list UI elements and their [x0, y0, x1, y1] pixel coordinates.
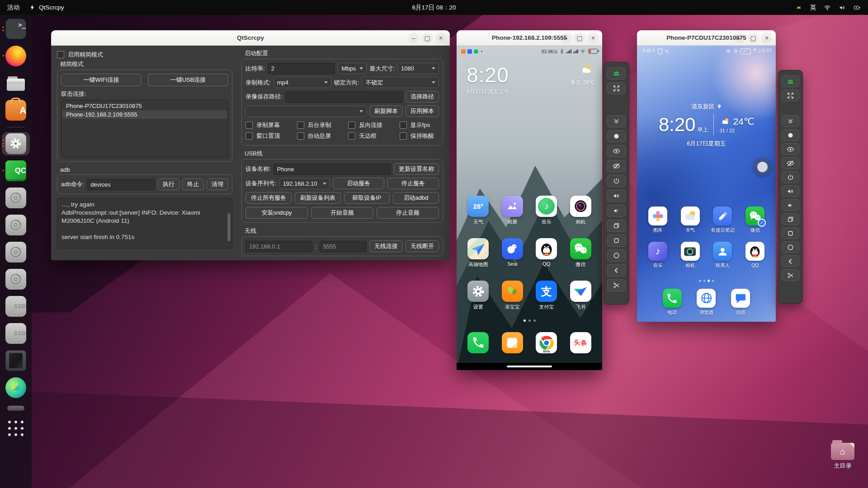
volume-down-button[interactable]	[782, 199, 799, 211]
option-checkbox[interactable]	[297, 122, 304, 129]
tablet-device-launcher[interactable]	[2, 349, 30, 372]
back-button[interactable]	[607, 264, 626, 277]
disc-drive-launcher[interactable]	[2, 213, 30, 237]
ubuntu-software-launcher[interactable]: A	[2, 99, 30, 122]
adb-log-output[interactable]: …, try againAdbProcessImpl::out:[server]…	[57, 198, 232, 249]
usb-action-button[interactable]: 启动adbd	[393, 192, 439, 204]
green-app-launcher[interactable]	[2, 376, 30, 399]
usb-action-button[interactable]: 停止所有服务	[245, 192, 292, 204]
maximize-button[interactable]: ▢	[748, 33, 759, 43]
battery-icon[interactable]	[854, 4, 861, 11]
app-menu[interactable]: QtScrcpy	[29, 4, 64, 11]
one-key-usb-button[interactable]: 一键USB连接	[148, 74, 228, 86]
bitrate-unit-select[interactable]: Mbps	[338, 63, 367, 74]
volume-up-button[interactable]	[782, 185, 799, 197]
music-app[interactable]: ♪ 音乐	[648, 242, 667, 269]
record-format-select[interactable]: mp4	[274, 77, 331, 88]
group-control-button[interactable]	[782, 75, 799, 87]
max-size-select[interactable]: 1080	[397, 63, 439, 74]
option-checkbox[interactable]	[400, 132, 407, 140]
show-applications-button[interactable]	[2, 417, 30, 440]
volume-icon[interactable]	[839, 4, 846, 11]
close-button[interactable]: ×	[435, 33, 446, 43]
device-list-item[interactable]: Phone-P7CDU17C23010875	[62, 102, 227, 110]
app-switch-button[interactable]	[607, 220, 626, 232]
close-button[interactable]: ×	[761, 33, 772, 43]
gallery-app[interactable]: 图库	[648, 206, 667, 234]
seal-app[interactable]: Seal	[502, 238, 523, 268]
files-launcher[interactable]	[2, 71, 30, 95]
input-language-indicator[interactable]: 英	[810, 4, 816, 12]
usb-action-button[interactable]: 刷新设备列表	[295, 192, 341, 204]
menu-button[interactable]	[607, 235, 626, 247]
firefox-launcher[interactable]: •	[2, 44, 30, 68]
android-tray-icon[interactable]	[795, 4, 802, 11]
home-button[interactable]	[607, 249, 626, 262]
weather-app[interactable]: 天气	[681, 206, 700, 234]
qq-app[interactable]: QQ	[536, 238, 557, 268]
screen-clip-button[interactable]	[782, 269, 799, 281]
group-control-button[interactable]	[607, 67, 626, 80]
messages-app[interactable]: 信息	[731, 289, 750, 316]
audio-action-button[interactable]: 安装sndcpy	[245, 207, 308, 219]
option-checkbox[interactable]	[245, 122, 253, 129]
option-checkbox[interactable]	[348, 122, 355, 129]
fullscreen-button[interactable]	[607, 82, 626, 94]
activities-button[interactable]: 活动	[7, 4, 19, 12]
volume-up-button[interactable]	[607, 190, 626, 202]
disc-drive-launcher[interactable]	[2, 186, 30, 210]
disc-drive-launcher[interactable]	[2, 267, 30, 291]
back-button[interactable]	[782, 255, 799, 267]
music-app[interactable]: ♪ 音乐	[536, 196, 557, 225]
minimize-button[interactable]: –	[734, 33, 745, 43]
script-select[interactable]	[245, 106, 367, 117]
log-scrollbar[interactable]	[227, 213, 231, 241]
qtscrcpy-launcher[interactable]: • QC	[2, 159, 30, 183]
apply-script-button[interactable]: 应用脚本	[406, 105, 439, 117]
ssd-drive-launcher[interactable]: SSD	[2, 295, 30, 318]
phone1-screen[interactable]: 93.9K/s 8:20 6月17日 周五上午 多云 28°C 28° 天	[457, 46, 602, 370]
settings-launcher[interactable]: •••	[2, 132, 30, 155]
wireless-port-input[interactable]: 5555	[320, 241, 367, 252]
app-switch-button[interactable]	[782, 213, 799, 225]
wireless-disconnect-button[interactable]: 无线断开	[406, 240, 439, 252]
one-key-wifi-button[interactable]: 一键WIFI连接	[61, 74, 142, 86]
camera-app[interactable]: 相机	[681, 242, 700, 269]
phone1-navigation-bar[interactable]	[457, 363, 602, 370]
bitrate-input[interactable]: 2	[268, 63, 335, 74]
browser-app[interactable]: 浏览器	[697, 289, 716, 316]
phone2-screen[interactable]: 未插卡 97 早上8:20 浦东新区 8:20 早上	[637, 46, 776, 322]
dock-divider[interactable]	[2, 126, 30, 128]
adb-clear-button[interactable]: 清理	[207, 178, 228, 190]
screenshot-button[interactable]	[782, 129, 799, 141]
adb-terminate-button[interactable]: 终止	[182, 178, 204, 190]
maximize-button[interactable]: ▢	[422, 33, 433, 43]
stop-service-button[interactable]: 停止服务	[387, 178, 439, 189]
toutiao-app[interactable]: 头条	[570, 332, 591, 353]
device-name-input[interactable]: Phone	[274, 164, 391, 175]
start-service-button[interactable]: 启动服务	[333, 178, 385, 189]
wechat-app[interactable]: 微信	[570, 238, 591, 268]
minimize-button[interactable]: –	[408, 33, 419, 43]
feishu-app[interactable]: 飞书	[570, 281, 591, 310]
qq-app[interactable]: QQ	[745, 242, 764, 269]
alipay-app[interactable]: 支 支付宝	[536, 281, 557, 310]
home-button[interactable]	[782, 241, 799, 253]
fullscreen-button[interactable]	[782, 89, 799, 101]
phone-app[interactable]	[467, 332, 489, 353]
screen-on-button[interactable]	[782, 143, 799, 155]
menu-button[interactable]	[782, 227, 799, 239]
device-list-item[interactable]: Phone-192.168.2.109:5555	[62, 110, 227, 119]
option-checkbox[interactable]	[348, 132, 355, 140]
chrome-beta-app[interactable]: Beta	[536, 332, 557, 353]
enable-simple-mode-checkbox[interactable]	[57, 51, 64, 58]
home-indicator[interactable]	[507, 366, 552, 367]
mounted-drive-launcher[interactable]	[2, 403, 30, 413]
wifi-icon[interactable]	[824, 4, 831, 11]
record-path-input[interactable]	[285, 91, 403, 103]
ssd-drive-launcher[interactable]: SSD	[2, 322, 30, 345]
minimize-button[interactable]: –	[561, 33, 571, 43]
choose-path-button[interactable]: 选择路径	[406, 91, 439, 103]
adb-execute-button[interactable]: 执行	[158, 178, 179, 190]
settings-app[interactable]: 设置	[467, 281, 489, 310]
